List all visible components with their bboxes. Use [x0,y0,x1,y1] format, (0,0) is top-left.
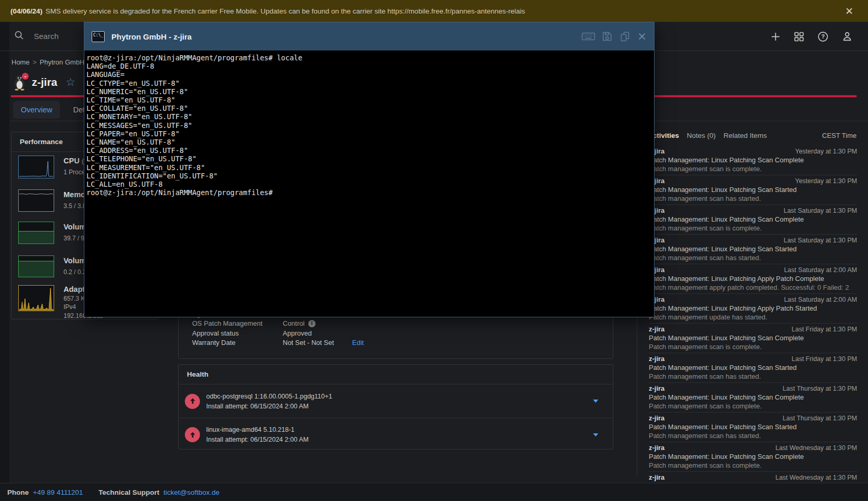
activity-title: Patch Management: Linux Patching Apply P… [649,304,857,313]
metric-cpu[interactable]: CPU (2%) 1 Processor [18,156,54,178]
chevron-down-icon[interactable] [593,433,598,436]
detail-row-approval-status: Approval status Approved [192,328,613,338]
banner-close-icon[interactable]: ✕ [841,5,858,17]
activity-device: z-jira [649,444,664,452]
activity-title: Patch Management: Linux Patching Scan Co… [649,334,857,342]
info-icon[interactable]: i [308,320,316,327]
breadcrumb-current[interactable]: Phytron GmbH [40,58,84,66]
add-button[interactable] [771,32,781,42]
device-status-badge: - [22,73,29,80]
device-name: z-jira [32,76,57,88]
favorite-star-icon[interactable]: ☆ [66,76,76,88]
update-arrow-icon [185,394,200,409]
activity-timestamp: Last Thursday at 1:30 PM [783,384,857,393]
apps-grid-icon[interactable] [794,32,804,42]
memory-sparkline [18,189,54,212]
help-icon[interactable]: ? [817,31,828,42]
support-email-link[interactable]: ticket@softbox.de [163,489,220,496]
health-item-linux-image[interactable]: linux-image-amd64 5.10.218-1 Install att… [179,418,613,451]
cpu-sparkline [18,156,54,178]
global-search[interactable]: Search [0,30,59,43]
phone-link[interactable]: +49 89 4111201 [33,489,83,496]
breadcrumb-home[interactable]: Home [11,58,30,66]
activity-timestamp: Last Wednesday at 1:30 PM [775,444,857,452]
activity-title: Patch Management: Linux Patching Scan Co… [649,215,857,224]
user-icon[interactable] [842,31,852,42]
activity-timestamp: Yesterday at 1:30 PM [795,147,857,156]
activity-description: Patch management scan is complete. [649,165,857,173]
terminal-window: C:\_ Phytron GmbH - z-jira root@z-jira:/… [84,22,655,317]
activity-entry[interactable]: z-jira Last Saturday at 1:30 PM Patch Ma… [649,235,857,264]
activity-title: Patch Management: Linux Patching Scan Co… [649,156,857,164]
close-icon[interactable] [637,32,647,41]
activity-description: Patch management update has started. [649,313,857,322]
banner-message: SMS delivery service is degraded for the… [46,7,525,15]
terminal-icon: C:\_ [92,31,105,42]
activity-title: Patch Management: Linux Patching Apply P… [649,275,857,283]
activity-entry[interactable]: z-jira Last Saturday at 2:00 AM Patch Ma… [649,294,857,324]
activity-entry[interactable]: z-jira Last Friday at 1:30 PM Patch Mana… [649,353,857,383]
activity-description: Patch management scan has started. [649,254,857,262]
update-arrow-icon [185,427,200,442]
activity-entry[interactable]: z-jira Last Friday at 1:30 PM Patch Mana… [649,324,857,353]
activity-timestamp: Last Friday at 1:30 PM [791,355,857,363]
activity-device: z-jira [649,384,664,393]
volume1-sparkline [18,222,54,244]
activity-entry[interactable]: z-jira Yesterday at 1:30 PM Patch Manage… [649,146,857,175]
metric-volume-2[interactable]: Volume 0.2 / 0.2 GB [18,255,54,277]
svg-text:?: ? [821,33,825,40]
activity-description: Patch management scan is complete. [649,402,857,410]
terminal-titlebar[interactable]: C:\_ Phytron GmbH - z-jira [84,22,654,50]
activity-title: Patch Management: Linux Patching Scan Co… [649,393,857,402]
activity-description: Patch management scan has started. [649,432,857,440]
save-icon[interactable] [602,31,612,42]
edit-warranty-link[interactable]: Edit [352,339,363,346]
activity-panel: Activities Notes (0) Related Items CEST … [637,121,863,476]
phone-label: Phone [7,489,29,496]
activity-timestamp: Last Saturday at 1:30 PM [784,236,857,245]
activity-entry[interactable]: z-jira Last Saturday at 1:30 PM Patch Ma… [649,205,857,235]
health-title: Health [179,365,613,384]
footer: Phone +49 89 4111201 Technical Support t… [0,483,868,501]
alert-banner: (04/06/24)SMS delivery service is degrad… [0,0,868,22]
tab-notes[interactable]: Notes (0) [687,132,716,139]
chevron-down-icon[interactable] [593,400,598,403]
metric-memory[interactable]: Memory 3.5 / 3.8 GB [18,189,54,212]
activity-title: Patch Management: Linux Patching Scan St… [649,364,857,372]
activity-device: z-jira [649,473,664,482]
metric-volume-1[interactable]: Volume 39.7 / 94.0 GB [18,222,54,244]
health-panel: Health odbc-postgresql 1:16.00.0005-1.pg… [178,364,613,449]
activity-list: z-jira Yesterday at 1:30 PM Patch Manage… [649,146,857,501]
terminal-output[interactable]: root@z-jira:/opt/NinjaRMMAgent/programfi… [84,50,654,197]
breadcrumb-separator: > [33,58,37,66]
activity-description: Patch management scan is complete. [649,343,857,351]
metric-adapter[interactable]: Adapter 657.3 Kbps IPv4 192.168.1.211 [18,285,54,311]
activity-entry[interactable]: z-jira Last Wednesday at 1:30 PM Patch M… [649,442,857,472]
health-item-odbc-postgresql[interactable]: odbc-postgresql 1:16.00.0005-1.pgdg110+1… [179,384,613,418]
activity-title: Patch Management: Linux Patching Scan St… [649,423,857,431]
activity-timestamp: Last Saturday at 2:00 AM [784,296,857,304]
breadcrumb: Home>Phytron GmbH [11,58,84,66]
activity-entry[interactable]: z-jira Yesterday at 1:30 PM Patch Manage… [649,175,857,205]
activity-entry[interactable]: z-jira Last Thursday at 1:30 PM Patch Ma… [649,413,857,442]
activity-description: Patch management scan is complete. [649,224,857,233]
copy-icon[interactable] [619,31,631,42]
activity-entry[interactable]: z-jira Last Thursday at 1:30 PM Patch Ma… [649,383,857,413]
banner-date: (04/06/24) [10,7,43,15]
linux-penguin-icon: - [12,74,27,91]
keyboard-icon[interactable] [582,31,595,42]
activity-entry[interactable]: z-jira Last Saturday at 2:00 AM Patch Ma… [649,264,857,294]
activity-description: Patch management apply patch completed. … [649,284,857,292]
tab-related-items[interactable]: Related Items [724,132,767,139]
tab-overview[interactable]: Overview [13,101,60,119]
activity-description: Patch management scan has started. [649,195,857,203]
activity-title: Patch Management: Linux Patching Scan St… [649,186,857,194]
activity-timestamp: Last Friday at 1:30 PM [791,325,857,333]
activity-timestamp: Last Saturday at 1:30 PM [784,207,857,215]
left-edge-strip [0,22,9,483]
volume2-sparkline [18,255,54,277]
activity-description: Patch management scan is complete. [649,461,857,470]
detail-row-os-patch-management: OS Patch Management Controli [192,319,613,329]
activity-device: z-jira [649,325,664,333]
activity-device: z-jira [649,355,664,363]
